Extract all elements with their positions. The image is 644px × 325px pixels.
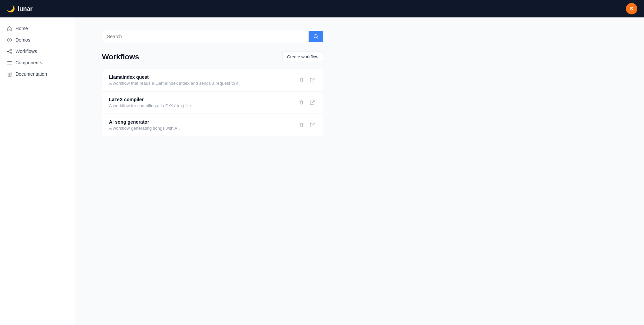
create-workflow-button[interactable]: Create workflow [282,52,323,62]
svg-rect-8 [7,63,12,63]
workflow-name: AI song generator [109,119,298,125]
search-input[interactable] [102,31,309,42]
workflow-info: LaTeX compiler A workflow for compiling … [109,97,298,108]
delete-workflow-button[interactable] [298,99,306,107]
workflows-list: LlamaIndex quest A workflow that reads a… [102,69,323,136]
brand: 🌙 lunar [7,5,33,13]
sidebar-item-components-label: Components [15,60,42,65]
workflow-description: A workflow for compiling a LaTeX (.tex) … [109,103,298,108]
workflow-actions [298,76,316,84]
workflow-name: LlamaIndex quest [109,74,298,80]
delete-workflow-button[interactable] [298,121,306,129]
workflow-item-ai-song: AI song generator A workflow generating … [102,114,323,136]
sidebar-item-demos[interactable]: Demos [0,34,75,46]
trash-icon [299,122,304,128]
trash-icon [299,77,304,83]
sidebar-item-documentation[interactable]: Documentation [0,68,75,80]
workflow-description: A workflow that reads a LlamaIndex index… [109,81,298,86]
sidebar-item-workflows-label: Workflows [15,49,37,54]
external-link-icon [310,122,315,128]
svg-point-1 [9,39,10,41]
search-bar [102,31,323,42]
sidebar-item-components[interactable]: Components [0,57,75,68]
workflow-name: LaTeX compiler [109,97,298,102]
workflow-description: A workflow generating songs with AI. [109,126,298,131]
main-content: Workflows Create workflow LlamaIndex que… [75,17,644,325]
workflow-actions [298,121,316,129]
sidebar-item-workflows[interactable]: Workflows [0,46,75,57]
documentation-icon [7,71,12,77]
external-link-icon [310,77,315,83]
svg-point-2 [7,51,8,52]
components-icon [7,60,12,65]
delete-workflow-button[interactable] [298,76,306,84]
workflow-info: AI song generator A workflow generating … [109,119,298,131]
section-header: Workflows Create workflow [102,52,323,62]
workflow-info: LlamaIndex quest A workflow that reads a… [109,74,298,86]
workflow-item-llamaindex: LlamaIndex quest A workflow that reads a… [102,69,323,91]
svg-rect-7 [7,61,12,62]
external-link-icon [310,100,315,105]
demos-icon [7,37,12,43]
sidebar-item-documentation-label: Documentation [15,71,47,77]
svg-line-15 [317,38,318,39]
section-title: Workflows [102,53,139,61]
open-workflow-button[interactable] [308,76,316,84]
search-icon [313,34,319,39]
workflow-item-latex: LaTeX compiler A workflow for compiling … [102,91,323,114]
svg-point-4 [10,52,11,53]
sidebar-item-home-label: Home [15,26,28,31]
brand-name: lunar [18,5,33,12]
sidebar-item-home[interactable]: Home [0,23,75,34]
search-button[interactable] [309,31,323,42]
sidebar: Home Demos Workfl [0,17,75,325]
svg-point-0 [7,38,11,42]
layout: Home Demos Workfl [0,17,644,325]
svg-point-3 [10,49,11,50]
workflows-icon [7,49,12,54]
user-avatar[interactable]: S [626,3,637,14]
sidebar-item-demos-label: Demos [15,37,30,43]
svg-rect-9 [7,64,12,64]
trash-icon [299,100,304,105]
open-workflow-button[interactable] [308,121,316,129]
workflow-actions [298,99,316,107]
moon-icon: 🌙 [7,5,15,13]
navbar: 🌙 lunar S [0,0,644,17]
home-icon [7,26,12,31]
svg-line-5 [8,50,10,51]
svg-line-6 [8,52,10,53]
open-workflow-button[interactable] [308,99,316,107]
